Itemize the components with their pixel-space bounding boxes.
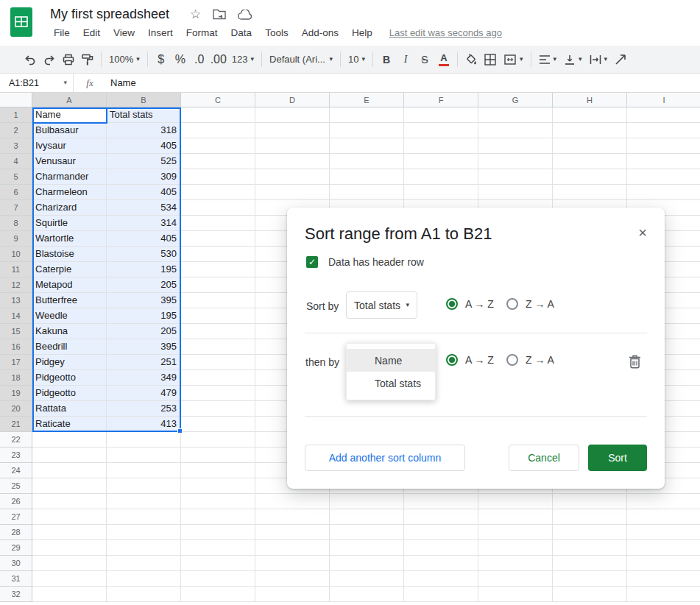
cell-C27[interactable] xyxy=(181,509,255,525)
checkbox-checked-icon[interactable]: ✓ xyxy=(306,256,318,268)
cell-B13[interactable]: 395 xyxy=(107,293,181,308)
radio-unselected-icon[interactable] xyxy=(506,298,518,310)
cell-B32[interactable] xyxy=(107,587,181,602)
cell-H30[interactable] xyxy=(553,556,627,571)
cell-C28[interactable] xyxy=(181,525,255,540)
cell-C9[interactable] xyxy=(181,231,255,247)
column-header-G[interactable]: G xyxy=(478,93,553,107)
cell-H6[interactable] xyxy=(553,185,627,200)
row-header-20[interactable]: 20 xyxy=(0,401,32,417)
cell-A31[interactable] xyxy=(32,571,107,587)
strikethrough-button[interactable]: S xyxy=(415,49,434,70)
cell-B20[interactable]: 253 xyxy=(107,401,181,417)
row-header-13[interactable]: 13 xyxy=(0,293,32,308)
column-header-C[interactable]: C xyxy=(181,93,255,107)
cell-C12[interactable] xyxy=(181,277,255,293)
cell-A20[interactable]: Rattata xyxy=(32,401,107,417)
row-header-14[interactable]: 14 xyxy=(0,308,32,324)
menu-format[interactable]: Format xyxy=(180,24,225,41)
cell-G31[interactable] xyxy=(478,571,553,587)
cell-H27[interactable] xyxy=(553,509,627,525)
decrease-decimal-button[interactable]: .0 xyxy=(190,49,209,70)
cell-I4[interactable] xyxy=(627,154,700,169)
horizontal-align-button[interactable]: ▾ xyxy=(535,49,561,70)
cell-G26[interactable] xyxy=(478,494,553,509)
cell-H29[interactable] xyxy=(553,540,627,556)
row-header-3[interactable]: 3 xyxy=(0,138,32,154)
menu-add-ons[interactable]: Add-ons xyxy=(295,24,345,41)
cell-G5[interactable] xyxy=(478,169,553,185)
menu-file[interactable]: File xyxy=(47,24,77,41)
cell-B11[interactable]: 195 xyxy=(107,262,181,277)
cell-I32[interactable] xyxy=(627,587,700,602)
cell-I31[interactable] xyxy=(627,571,700,587)
cell-D5[interactable] xyxy=(255,169,330,185)
paint-format-button[interactable] xyxy=(78,49,97,70)
undo-button[interactable] xyxy=(21,49,40,70)
row-header-30[interactable]: 30 xyxy=(0,556,32,571)
cell-D3[interactable] xyxy=(255,138,330,154)
cell-B15[interactable]: 205 xyxy=(107,324,181,339)
cell-H5[interactable] xyxy=(553,169,627,185)
cell-B18[interactable]: 349 xyxy=(107,370,181,386)
cell-A22[interactable] xyxy=(32,432,107,447)
cell-C31[interactable] xyxy=(181,571,255,587)
saved-cloud-icon[interactable] xyxy=(238,10,252,20)
cell-C16[interactable] xyxy=(181,339,255,355)
cell-I28[interactable] xyxy=(627,525,700,540)
formula-input[interactable]: Name xyxy=(106,77,700,88)
cell-A14[interactable]: Weedle xyxy=(32,308,107,324)
cell-F31[interactable] xyxy=(404,571,478,587)
select-all-corner[interactable] xyxy=(0,93,32,107)
cell-A8[interactable]: Squirtle xyxy=(32,216,107,231)
cell-G28[interactable] xyxy=(478,525,553,540)
cell-H26[interactable] xyxy=(553,494,627,509)
sort-by-asc-radio[interactable]: A → Z xyxy=(446,298,494,310)
then-by-desc-radio[interactable]: Z → A xyxy=(506,354,554,366)
increase-decimal-button[interactable]: .00 xyxy=(209,49,228,70)
row-header-18[interactable]: 18 xyxy=(0,370,32,386)
row-header-8[interactable]: 8 xyxy=(0,216,32,231)
sheets-logo-icon[interactable] xyxy=(10,7,32,37)
cell-A9[interactable]: Wartortle xyxy=(32,231,107,247)
cell-F27[interactable] xyxy=(404,509,478,525)
cell-G6[interactable] xyxy=(478,185,553,200)
cell-I26[interactable] xyxy=(627,494,700,509)
cell-B31[interactable] xyxy=(107,571,181,587)
row-header-22[interactable]: 22 xyxy=(0,432,32,447)
row-header-6[interactable]: 6 xyxy=(0,185,32,200)
cell-E28[interactable] xyxy=(330,525,404,540)
menu-help[interactable]: Help xyxy=(345,24,379,41)
cell-E2[interactable] xyxy=(330,123,404,138)
row-header-32[interactable]: 32 xyxy=(0,587,32,602)
row-header-16[interactable]: 16 xyxy=(0,339,32,355)
cell-B9[interactable]: 405 xyxy=(107,231,181,247)
cell-F4[interactable] xyxy=(404,154,478,169)
menu-edit[interactable]: Edit xyxy=(77,24,107,41)
cell-C25[interactable] xyxy=(181,478,255,494)
cell-I2[interactable] xyxy=(627,123,700,138)
cell-C8[interactable] xyxy=(181,216,255,231)
cell-A17[interactable]: Pidgey xyxy=(32,355,107,370)
cell-C4[interactable] xyxy=(181,154,255,169)
print-button[interactable] xyxy=(59,49,78,70)
cell-E5[interactable] xyxy=(330,169,404,185)
text-wrap-button[interactable]: ▾ xyxy=(586,49,612,70)
cell-B10[interactable]: 530 xyxy=(107,247,181,262)
cell-E26[interactable] xyxy=(330,494,404,509)
cell-F30[interactable] xyxy=(404,556,478,571)
row-header-5[interactable]: 5 xyxy=(0,169,32,185)
cell-C17[interactable] xyxy=(181,355,255,370)
cell-H31[interactable] xyxy=(553,571,627,587)
cell-H2[interactable] xyxy=(553,123,627,138)
cell-E31[interactable] xyxy=(330,571,404,587)
cell-E6[interactable] xyxy=(330,185,404,200)
row-header-29[interactable]: 29 xyxy=(0,540,32,556)
cell-A16[interactable]: Beedrill xyxy=(32,339,107,355)
more-formats-button[interactable]: 123 ▾ xyxy=(228,49,258,70)
cell-A15[interactable]: Kakuna xyxy=(32,324,107,339)
cell-C22[interactable] xyxy=(181,432,255,447)
row-header-7[interactable]: 7 xyxy=(0,200,32,216)
borders-button[interactable] xyxy=(481,49,500,70)
row-header-9[interactable]: 9 xyxy=(0,231,32,247)
